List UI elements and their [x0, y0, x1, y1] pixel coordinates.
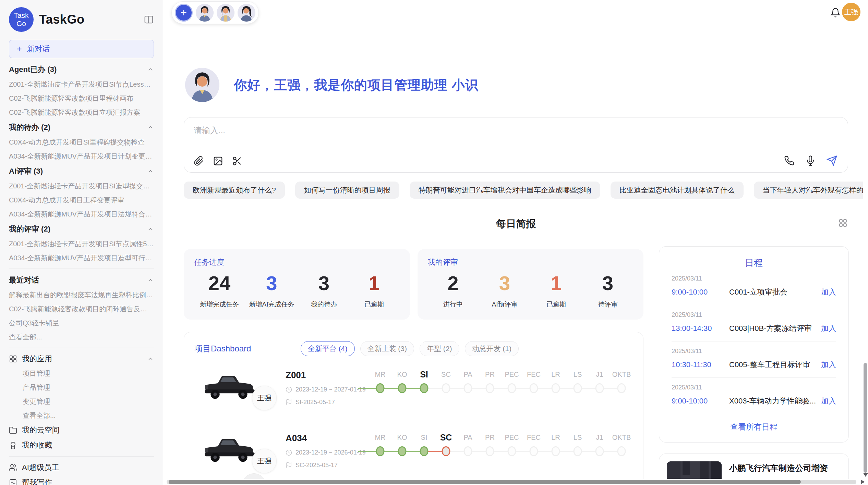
- milestone-dot: [486, 383, 494, 393]
- milestone: J1: [589, 368, 611, 397]
- layout-grid-icon[interactable]: [839, 219, 847, 227]
- schedule-time: 10:30-11:30: [672, 360, 729, 369]
- section-header-ai-review[interactable]: AI评审 (3): [9, 163, 154, 179]
- avatar[interactable]: [196, 4, 214, 22]
- microphone-icon[interactable]: [805, 156, 816, 166]
- section-header-agent-done[interactable]: Agent已办 (3): [9, 62, 154, 77]
- schedule-title: 日程: [672, 257, 836, 269]
- sidebar-item[interactable]: A034-全新新能源MUV产品开发项目法规符合性评审: [9, 207, 154, 221]
- sidebar-app-item[interactable]: 产品管理: [9, 381, 154, 395]
- dashboard-tab[interactable]: 动总开发 (1): [465, 341, 519, 356]
- join-link[interactable]: 加入: [821, 323, 836, 334]
- sidebar-item[interactable]: 查看全部...: [9, 330, 154, 344]
- daily-briefing-header: 每日简报: [184, 217, 848, 231]
- vertical-scrollbar-thumb[interactable]: [864, 363, 867, 473]
- chat-input[interactable]: [194, 126, 742, 135]
- stat: 3 我的待办: [303, 270, 345, 309]
- phone-icon[interactable]: [784, 156, 794, 166]
- my-todo-list: C0X4-动力总成开发项目SI里程碑提交物检查A034-全新新能源MUV产品开发…: [9, 135, 154, 163]
- avatar[interactable]: [238, 4, 255, 22]
- sidebar-app-item[interactable]: 查看全部...: [9, 409, 154, 423]
- dashboard-tab[interactable]: 全新平台 (4): [301, 341, 355, 356]
- sidebar-item[interactable]: A034-全新新能源MUV产品开发项目计划变更表编写: [9, 149, 154, 163]
- project-row[interactable]: 王强 A034 2023-12-19 ~ 2026-01-19 SC-2025-…: [194, 430, 633, 482]
- project-row[interactable]: 王强 Z001 2023-12-19 ~ 2027-01-19 SI-2025-…: [194, 367, 633, 419]
- schedule-date: 2025/03/11: [672, 311, 836, 319]
- join-link[interactable]: 加入: [821, 287, 836, 297]
- milestone: SI: [413, 368, 435, 397]
- collapse-panel-icon[interactable]: [144, 14, 154, 25]
- milestone-label: SI: [413, 431, 435, 444]
- sidebar-item[interactable]: A034-全新新能源MUV产品开发项目造型可行性评审: [9, 251, 154, 265]
- suggestion-chip[interactable]: 当下年轻人对汽车外观有怎样的喜好趋势: [754, 182, 868, 199]
- sidebar-item-help-write[interactable]: 帮我写作: [9, 475, 154, 485]
- milestone-dot: [464, 383, 472, 393]
- join-link[interactable]: 加入: [821, 360, 836, 370]
- grid-icon: [9, 355, 17, 363]
- chevron-up-icon: [147, 226, 154, 233]
- milestone: PR: [479, 368, 501, 397]
- avatar[interactable]: [217, 4, 234, 22]
- milestone-label: PEC: [501, 431, 523, 444]
- suggestion-chip[interactable]: 比亚迪全固态电池计划具体说了什么: [611, 182, 744, 199]
- sidebar-item[interactable]: Z001-全新燃油轻卡产品开发项目SI造型提交物评审: [9, 179, 154, 193]
- section-title: 我的评审 (2): [9, 224, 50, 234]
- flag-icon: [286, 399, 292, 406]
- sidebar-item[interactable]: C0X4-动力总成开发项目SI里程碑提交物检查: [9, 135, 154, 149]
- sidebar-item[interactable]: Z001-全新燃油皮卡产品开发项目SI节点Lesson Learn报告: [9, 77, 154, 91]
- project-info: A034 2023-12-19 ~ 2026-01-19 SC-2025-05-…: [286, 430, 369, 469]
- section-header-my-review[interactable]: 我的评审 (2): [9, 221, 154, 237]
- notification-bell-icon[interactable]: [830, 8, 841, 18]
- send-icon[interactable]: [827, 155, 837, 166]
- sidebar-item[interactable]: 解释最新出台的欧盟报废车法规再生塑料比例被调至15%...: [9, 288, 154, 302]
- sidebar-item[interactable]: C02-飞腾新能源轻客改款项目里程碑画布: [9, 91, 154, 105]
- sidebar-app-item[interactable]: 项目管理: [9, 366, 154, 381]
- sidebar-item-cloud-space[interactable]: 我的云空间: [9, 423, 154, 438]
- suggestion-chip[interactable]: 如何写一份清晰的项目周报: [295, 182, 399, 199]
- scroll-down-arrow[interactable]: [863, 473, 868, 477]
- divider: [9, 269, 154, 269]
- scroll-right-arrow[interactable]: [861, 480, 865, 484]
- stat-value: 3: [249, 272, 294, 295]
- add-workspace-button[interactable]: [175, 4, 193, 22]
- attach-icon[interactable]: [194, 156, 204, 166]
- milestone-dot: [398, 446, 407, 456]
- chevron-up-icon: [147, 124, 154, 131]
- user-avatar[interactable]: 王强: [842, 3, 860, 21]
- milestone: MR: [369, 368, 391, 397]
- sidebar-item[interactable]: Z001-全新燃油轻卡产品开发项目SI节点属性5D文件评审: [9, 237, 154, 251]
- milestone-dot: [508, 446, 516, 456]
- sidebar-item[interactable]: C02-飞腾新能源轻客改款项目的闭环通告反馈情况: [9, 302, 154, 316]
- news-title: 小鹏飞行汽车制造公司增资: [729, 463, 849, 474]
- stat-card-title: 任务进度: [194, 257, 400, 268]
- view-all-schedule-link[interactable]: 查看所有日程: [672, 422, 836, 432]
- section-header-my-todo[interactable]: 我的待办 (2): [9, 120, 154, 135]
- sidebar-item-favorites[interactable]: 我的收藏: [9, 438, 154, 453]
- dashboard-tab[interactable]: 全新上装 (3): [360, 341, 414, 356]
- dashboard-tab[interactable]: 年型 (2): [420, 341, 459, 356]
- suggestion-chip[interactable]: 欧洲新规最近颁布了什么?: [184, 182, 285, 199]
- project-dashboard-card: 项目Dashboard 全新平台 (4)全新上装 (3)年型 (2)动总开发 (…: [184, 332, 643, 485]
- horizontal-scrollbar[interactable]: [167, 479, 868, 485]
- scissors-icon[interactable]: [232, 156, 242, 166]
- join-link[interactable]: 加入: [821, 396, 836, 406]
- section-header-recent[interactable]: 最近对话: [9, 272, 154, 288]
- image-upload-icon[interactable]: [213, 156, 223, 166]
- horizontal-scrollbar-thumb[interactable]: [169, 480, 801, 484]
- sidebar-item-my-apps[interactable]: 我的应用: [9, 351, 154, 366]
- schedule-event-title: C005-整车工程目标评审: [729, 360, 821, 370]
- stat: 2 进行中: [433, 270, 474, 309]
- sidebar-item[interactable]: C02-飞腾新能源轻客改款项目立项汇报方案: [9, 105, 154, 120]
- new-chat-button[interactable]: 新对话: [9, 40, 154, 58]
- assistant-avatar: [185, 68, 219, 102]
- sidebar-item[interactable]: 公司Q3轻卡销量: [9, 316, 154, 330]
- vertical-scrollbar[interactable]: [863, 0, 868, 479]
- milestone-label: PR: [479, 431, 501, 444]
- sidebar-app-item[interactable]: 变更管理: [9, 395, 154, 409]
- stat: 3 新增AI完成任务: [249, 270, 294, 309]
- sidebar-item-ai-employee[interactable]: AI超级员工: [9, 460, 154, 475]
- milestone-dot: [398, 383, 407, 393]
- suggestion-chip[interactable]: 特朗普可能对进口汽车增税会对中国车企造成哪些影响: [410, 182, 600, 199]
- sidebar-item[interactable]: C0X4-动力总成开发项目工程变更评审: [9, 193, 154, 207]
- cloud-space-label: 我的云空间: [22, 425, 60, 435]
